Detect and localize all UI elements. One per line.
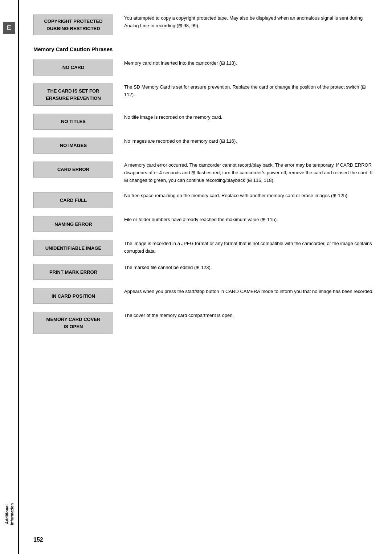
phrase-desc-1: The SD Memory Card is set for erasure pr… [124,83,374,99]
page-number: 152 [33,537,43,543]
copyright-protected-box: COPYRIGHT PROTECTED DUBBING RESTRICTED [33,15,113,35]
phrase-box-6: NAMING ERROR [33,216,113,232]
phrase-desc-3: No images are recorded on the memory car… [124,138,374,145]
header-row: COPYRIGHT PROTECTED DUBBING RESTRICTED Y… [33,15,374,35]
phrase-box-2: NO TITLES [33,114,113,130]
phrase-row: THE CARD IS SET FORERASURE PREVENTIONThe… [33,83,374,106]
phrase-row: NO TITLESNo title image is recorded on t… [33,114,374,130]
phrase-box-1: THE CARD IS SET FORERASURE PREVENTION [33,83,113,106]
additional-information-label: AdditionalInformation [4,503,15,525]
sidebar-e-label: E [3,22,15,34]
phrase-row: CARD FULLNo free space remaining on the … [33,192,374,208]
phrase-box-5: CARD FULL [33,192,113,208]
phrase-desc-7: The image is recorded in a JPEG format o… [124,240,374,255]
phrase-desc-2: No title image is recorded on the memory… [124,114,374,121]
section-title: Memory Card Caution Phrases [33,46,374,52]
main-content: COPYRIGHT PROTECTED DUBBING RESTRICTED Y… [19,0,392,554]
phrase-row: IN CARD POSITIONAppears when you press t… [33,288,374,304]
phrase-row: NO IMAGESNo images are recorded on the m… [33,138,374,154]
phrase-box-4: CARD ERROR [33,162,113,178]
header-description: You attempted to copy a copyright protec… [124,15,374,30]
phrase-row: UNIDENTIFIABLE IMAGEThe image is recorde… [33,240,374,256]
page-wrapper: E AdditionalInformation COPYRIGHT PROTEC… [0,0,392,554]
phrase-row: PRINT MARK ERRORThe marked file cannot b… [33,264,374,280]
phrase-box-10: MEMORY CARD COVERIS OPEN [33,312,113,334]
phrase-box-8: PRINT MARK ERROR [33,264,113,280]
sidebar: E AdditionalInformation [0,0,19,554]
phrase-row: NO CARDMemory card not inserted into the… [33,60,374,76]
phrase-box-3: NO IMAGES [33,138,113,154]
phrase-row: NAMING ERRORFile or folder numbers have … [33,216,374,232]
phrase-box-7: UNIDENTIFIABLE IMAGE [33,240,113,256]
phrase-desc-5: No free space remaining on the memory ca… [124,192,374,200]
phrase-row: MEMORY CARD COVERIS OPENThe cover of the… [33,312,374,334]
phrase-desc-8: The marked file cannot be edited (⊞ 123)… [124,264,374,272]
phrase-desc-6: File or folder numbers have already reac… [124,216,374,224]
phrases-container: NO CARDMemory card not inserted into the… [33,60,374,334]
phrase-box-9: IN CARD POSITION [33,288,113,304]
phrase-desc-9: Appears when you press the start/stop bu… [124,288,374,296]
phrase-desc-0: Memory card not inserted into the camcor… [124,60,374,67]
sidebar-vertical-text: AdditionalInformation [0,503,19,525]
phrase-row: CARD ERRORA memory card error occurred. … [33,162,374,184]
phrase-desc-10: The cover of the memory card compartment… [124,312,374,319]
phrase-desc-4: A memory card error occurred. The camcor… [124,162,374,184]
phrase-box-0: NO CARD [33,60,113,76]
header-box-line1: COPYRIGHT PROTECTED [44,19,102,24]
header-box-line2: DUBBING RESTRICTED [46,26,100,31]
